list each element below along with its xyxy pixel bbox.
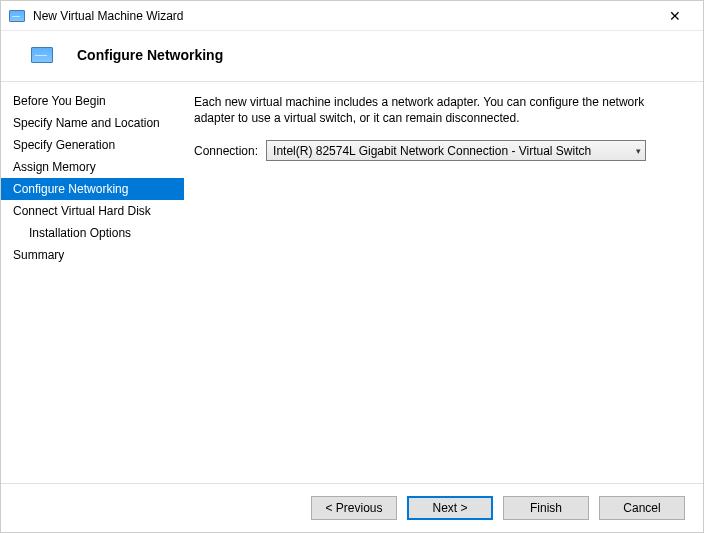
wizard-icon <box>31 47 53 63</box>
connection-dropdown[interactable]: Intel(R) 82574L Gigabit Network Connecti… <box>266 140 646 161</box>
window-title: New Virtual Machine Wizard <box>33 9 184 23</box>
wizard-step[interactable]: Specify Name and Location <box>1 112 184 134</box>
wizard-step-label: Installation Options <box>29 226 131 240</box>
connection-dropdown-value: Intel(R) 82574L Gigabit Network Connecti… <box>273 144 591 158</box>
connection-label: Connection: <box>194 144 258 158</box>
previous-button[interactable]: < Previous <box>311 496 397 520</box>
wizard-step-label: Assign Memory <box>13 160 96 174</box>
wizard-header: Configure Networking <box>1 31 703 81</box>
chevron-down-icon: ▾ <box>630 146 641 156</box>
wizard-footer: < Previous Next > Finish Cancel <box>1 483 703 532</box>
wizard-step[interactable]: Installation Options <box>1 222 184 244</box>
page-title: Configure Networking <box>77 47 223 63</box>
wizard-step[interactable]: Summary <box>1 244 184 266</box>
connection-row: Connection: Intel(R) 82574L Gigabit Netw… <box>194 140 685 161</box>
wizard-step-label: Specify Generation <box>13 138 115 152</box>
next-button[interactable]: Next > <box>407 496 493 520</box>
wizard-step[interactable]: Configure Networking <box>1 178 184 200</box>
wizard-step-label: Specify Name and Location <box>13 116 160 130</box>
wizard-content: Each new virtual machine includes a netw… <box>184 82 703 483</box>
wizard-steps-sidebar: Before You BeginSpecify Name and Locatio… <box>1 82 184 483</box>
wizard-step-label: Summary <box>13 248 64 262</box>
close-icon: ✕ <box>669 8 681 24</box>
wizard-step[interactable]: Before You Begin <box>1 90 184 112</box>
wizard-step[interactable]: Specify Generation <box>1 134 184 156</box>
wizard-step-label: Connect Virtual Hard Disk <box>13 204 151 218</box>
wizard-body: Before You BeginSpecify Name and Locatio… <box>1 81 703 483</box>
close-button[interactable]: ✕ <box>655 2 695 30</box>
wizard-step[interactable]: Connect Virtual Hard Disk <box>1 200 184 222</box>
app-icon <box>9 10 25 22</box>
wizard-step[interactable]: Assign Memory <box>1 156 184 178</box>
wizard-step-label: Configure Networking <box>13 182 128 196</box>
cancel-button[interactable]: Cancel <box>599 496 685 520</box>
page-description: Each new virtual machine includes a netw… <box>194 94 685 126</box>
title-bar: New Virtual Machine Wizard ✕ <box>1 1 703 31</box>
wizard-step-label: Before You Begin <box>13 94 106 108</box>
finish-button[interactable]: Finish <box>503 496 589 520</box>
